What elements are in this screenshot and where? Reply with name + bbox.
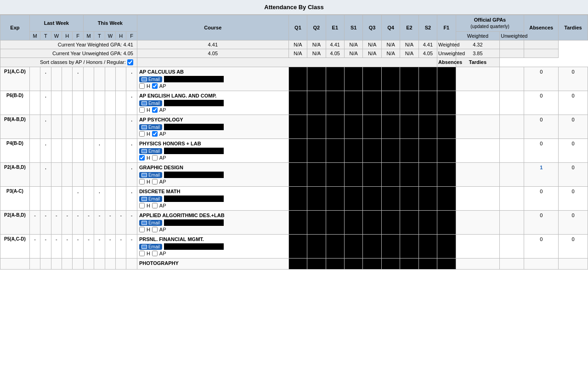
s2-grade	[418, 67, 437, 91]
course-name: PRSNL. FINANCIAL MGMT.	[139, 236, 287, 242]
q4-grade	[381, 91, 400, 115]
tw-tue: T	[94, 31, 105, 40]
exp-cell: P1(A,C-D)	[0, 67, 30, 91]
tardies-cell: 0	[558, 235, 588, 259]
course-cell: DISCRETE MATH Email H AP	[137, 187, 288, 211]
e1-header: E1	[326, 15, 344, 40]
email-button[interactable]: Email	[139, 244, 162, 250]
exp-header: Exp	[0, 15, 30, 40]
tw-fri: F	[126, 31, 137, 40]
ap-checkbox[interactable]	[152, 251, 158, 256]
honors-checkbox[interactable]	[139, 155, 145, 161]
ap-checkbox[interactable]	[152, 107, 158, 113]
unweighted-gpa-row: Current Year Unweighted GPA: 4.05 4.05N/…	[0, 49, 588, 58]
course-cell: PHYSICS HONORS + LAB Email H AP	[137, 139, 288, 163]
teacher-name-redacted	[164, 219, 224, 226]
tardies-header: Tardies	[558, 15, 588, 40]
honors-checkbox[interactable]	[139, 251, 145, 256]
e1-grade	[326, 67, 344, 91]
teacher-name-redacted	[164, 76, 224, 82]
email-icon	[141, 149, 147, 153]
ap-checkbox[interactable]	[152, 179, 158, 184]
email-button[interactable]: Email	[139, 172, 162, 178]
table-row: P8(A-B,D) · · AP PSYCHOLOGY Email	[0, 115, 588, 139]
email-icon	[141, 125, 147, 129]
page-title: Attendance By Class	[0, 0, 588, 15]
exp-cell: P3(A-C)	[0, 187, 30, 211]
course-cell: GRAPHIC DESIGN Email H AP	[137, 163, 288, 187]
email-button[interactable]: Email	[139, 100, 162, 106]
honors-checkbox[interactable]	[139, 203, 145, 208]
lw-mon: M	[29, 31, 40, 40]
e2-grade	[400, 91, 418, 115]
q2-grade	[307, 67, 326, 91]
q2-header: Q2	[307, 15, 326, 40]
e2-grade	[400, 67, 418, 91]
q1-grade	[288, 91, 307, 115]
email-button[interactable]: Email	[139, 220, 162, 226]
tardies-cell: 0	[558, 67, 588, 91]
sort-checkbox[interactable]	[127, 59, 133, 65]
s2-grade	[418, 91, 437, 115]
honors-checkbox[interactable]	[139, 179, 145, 184]
s2-header: S2	[418, 15, 437, 40]
course-header: Course	[137, 15, 288, 40]
weighted-label: Weighted	[456, 31, 500, 40]
last-week-header: Last Week	[29, 15, 83, 32]
tardies-col-header: Tardies	[456, 58, 500, 67]
email-button[interactable]: Email	[139, 148, 162, 154]
course-cell: AP CALCULUS AB Email H AP	[137, 67, 288, 91]
absences-cell: 0	[524, 67, 558, 91]
absences-cell: 0	[524, 187, 558, 211]
course-name: PHYSICS HONORS + LAB	[139, 141, 287, 146]
table-row: P1(A,C-D) · · · AP CALCULUS AB Email	[0, 67, 588, 91]
exp-cell: P6(B-D)	[0, 91, 30, 115]
course-cell: APPLIED ALGORITHMIC DES.+LAB Email H AP	[137, 211, 288, 235]
table-row: P6(B-D) · · AP ENGLISH LANG. AND COMP. E…	[0, 91, 588, 115]
table-row: PHOTOGRAPHY	[0, 259, 588, 270]
tw-thu: H	[116, 31, 126, 40]
table-row: P2(A-B,D) - - - - - - - - - - APPLIED AL…	[0, 211, 588, 235]
s1-grade	[345, 67, 363, 91]
lw-fri: F	[73, 31, 83, 40]
honors-checkbox[interactable]	[139, 83, 145, 89]
s1-header: S1	[345, 15, 363, 40]
q3-grade	[363, 67, 381, 91]
weighted-val: 4.32	[456, 40, 500, 49]
course-cell: PHOTOGRAPHY	[137, 259, 288, 270]
honors-checkbox[interactable]	[139, 107, 145, 113]
ap-checkbox[interactable]	[152, 131, 158, 137]
email-icon	[141, 197, 147, 201]
exp-cell: P4(B-D)	[0, 139, 30, 163]
email-button[interactable]: Email	[139, 76, 162, 82]
absences-cell: 0	[524, 211, 558, 235]
weighted-label-cell: Weighted	[437, 40, 456, 49]
e1-grade	[326, 91, 344, 115]
honors-checkbox[interactable]	[139, 131, 145, 137]
weighted-gpa-row: Current Year Weighted GPA: 4.41 4.41N/AN…	[0, 40, 588, 49]
email-button[interactable]: Email	[139, 196, 162, 202]
email-button[interactable]: Email	[139, 124, 162, 130]
ap-checkbox[interactable]	[152, 155, 158, 161]
table-row: P4(B-D) · · · PHYSICS HONORS + LAB Email	[0, 139, 588, 163]
course-name: PHOTOGRAPHY	[139, 260, 287, 266]
q4-grade	[381, 67, 400, 91]
gpa-val-cell	[500, 67, 524, 91]
course-name: AP PSYCHOLOGY	[139, 117, 287, 122]
honors-checkbox[interactable]	[139, 227, 145, 232]
tardies-cell	[558, 259, 588, 270]
ap-checkbox[interactable]	[152, 203, 158, 208]
tardies-cell: 0	[558, 91, 588, 115]
unweighted-label-cell: Unweighted	[437, 49, 456, 58]
email-icon	[141, 101, 147, 105]
main-header-row: Exp Last Week This Week Course Q1 Q2 E1 …	[0, 15, 588, 32]
lw-tue: T	[40, 31, 51, 40]
f1-header: F1	[437, 15, 456, 40]
exp-cell: P2(A-B,D)	[0, 163, 30, 187]
email-icon	[141, 245, 147, 249]
ap-checkbox[interactable]	[152, 227, 158, 232]
exp-cell: P2(A-B,D)	[0, 211, 30, 235]
s1-grade	[345, 91, 363, 115]
ap-checkbox[interactable]	[152, 83, 158, 89]
absences-cell: 0	[524, 91, 558, 115]
